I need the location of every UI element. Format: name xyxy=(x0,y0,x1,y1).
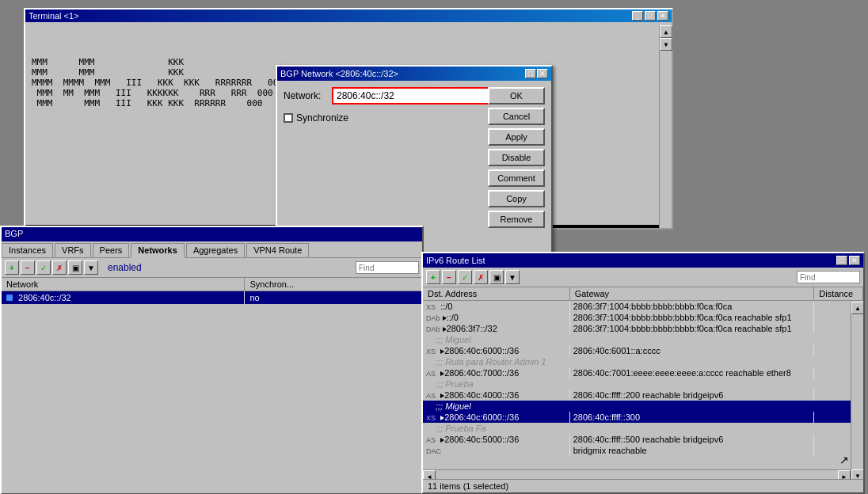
bgp-panel: BGP Instances VRFs Peers Networks Aggreg… xyxy=(0,226,424,494)
cell-dst: AS 2806:40c:5000::/36 xyxy=(423,434,569,445)
ipv6-titlebar: IPv6 Route List □ ✕ xyxy=(423,253,863,268)
bgp-toolbar: + − ✓ ✗ ▣ ▼ enabled xyxy=(2,258,422,278)
table-row-comment: ;;; Miguel xyxy=(423,334,863,345)
col-dst-address: Dst. Address xyxy=(423,287,569,301)
bgp-panel-title: BGP xyxy=(5,229,23,238)
col-distance: Distance xyxy=(814,287,863,301)
terminal-minimize-button[interactable]: _ xyxy=(632,11,643,21)
ipv6-title-buttons: □ ✕ xyxy=(836,256,860,265)
cell-gateway: 2806:3f7:1004:bbbb:bbbb:bbbb:f0ca:f0ca r… xyxy=(569,323,814,334)
scrollbar-down-button[interactable]: ▼ xyxy=(660,38,672,51)
bgp-check-button[interactable]: ✓ xyxy=(36,260,51,275)
ipv6-check-button[interactable]: ✓ xyxy=(458,270,472,284)
ipv6-filter-button[interactable]: ▼ xyxy=(505,270,520,284)
cell-comment: ;;; Prueba xyxy=(423,378,863,390)
comment-button[interactable]: Comment xyxy=(488,169,545,187)
bgp-network-dialog-titlebar: BGP Network <2806:40c::/32> □ ✕ xyxy=(277,66,551,81)
cell-gateway: 2806:40c:6001::a:cccc xyxy=(569,345,814,356)
ipv6-maximize-button[interactable]: □ xyxy=(836,256,847,265)
terminal-maximize-button[interactable]: □ xyxy=(645,11,656,21)
tab-aggregates[interactable]: Aggregates xyxy=(186,243,245,257)
table-row[interactable]: DAb ::/0 2806:3f7:1004:bbbb:bbbb:bbbb:f0… xyxy=(423,312,863,323)
ipv6-settings-button[interactable]: ▣ xyxy=(489,270,504,284)
cursor-indicator: ↗ xyxy=(839,454,849,466)
ipv6-panel: IPv6 Route List □ ✕ + − ✓ ✗ ▣ ▼ Dst. Add… xyxy=(421,252,865,494)
table-row[interactable]: XS ::/0 2806:3f7:1004:bbbb:bbbb:bbbb:f0c… xyxy=(423,301,863,313)
tab-networks[interactable]: Networks xyxy=(131,243,185,258)
cell-gateway: 2806:40c:ffff::200 reachable bridgeipv6 xyxy=(569,390,814,401)
bgp-filter-button[interactable]: ▼ xyxy=(84,260,98,275)
terminal-title: Terminal <1> xyxy=(29,11,79,21)
table-row[interactable]: DAC bridgmix reachable xyxy=(423,445,863,456)
dialog-buttons: OK Cancel Apply Disable Comment Copy Rem… xyxy=(488,87,545,228)
cell-comment: ;;; Prueba Fa xyxy=(423,423,863,434)
ipv6-remove-button[interactable]: − xyxy=(442,270,456,284)
disable-button[interactable]: Disable xyxy=(488,149,545,166)
terminal-scrollbar[interactable]: ▲ ▼ xyxy=(659,25,672,225)
cell-gateway: 2806:3f7:1004:bbbb:bbbb:bbbb:f0ca:f0ca xyxy=(569,301,814,313)
tab-vpn4-route[interactable]: VPN4 Route xyxy=(246,243,309,257)
cell-dst: AS 2806:40c:7000::/36 xyxy=(423,367,569,378)
ipv6-table-area: Dst. Address Gateway Distance XS ::/0 28… xyxy=(423,287,863,482)
bgp-remove-button[interactable]: − xyxy=(21,260,35,275)
synchronize-checkbox[interactable] xyxy=(284,113,293,123)
cell-dst: XS 2806:40c:6000::/36 xyxy=(423,412,569,423)
col-gateway: Gateway xyxy=(569,287,814,301)
ipv6-add-button[interactable]: + xyxy=(426,270,440,284)
cell-gateway: 2806:40c:ffff::500 reachable bridgeipv6 xyxy=(569,434,814,445)
bgp-tabs: Instances VRFs Peers Networks Aggregates… xyxy=(2,241,422,258)
cell-dst: AS 2806:40c:4000::/36 xyxy=(423,390,569,401)
col-synchron: Synchron... xyxy=(245,278,422,291)
bgp-settings-button[interactable]: ▣ xyxy=(68,260,82,275)
bgp-network-dialog-title: BGP Network <2806:40c::/32> xyxy=(280,69,398,78)
network-label: Network: xyxy=(284,90,327,101)
table-row-comment: ;;; Prueba xyxy=(423,378,863,390)
ok-button[interactable]: OK xyxy=(488,87,545,104)
dialog-close-button[interactable]: ✕ xyxy=(537,69,548,78)
synchronize-label: Synchronize xyxy=(296,112,348,124)
dialog-maximize-button[interactable]: □ xyxy=(525,69,536,78)
cell-gateway: bridgmix reachable xyxy=(569,445,814,456)
table-row[interactable]: XS 2806:40c:6000::/36 2806:40c:6001::a:c… xyxy=(423,345,863,356)
ipv6-cross-button[interactable]: ✗ xyxy=(474,270,488,284)
bgp-find-input[interactable] xyxy=(356,261,419,274)
terminal-title-buttons: _ □ ✕ xyxy=(632,11,668,21)
cell-gateway: 2806:40c:ffff::300 xyxy=(569,412,814,423)
cell-sync: no xyxy=(245,291,422,305)
col-network: Network xyxy=(2,278,245,291)
table-row[interactable]: AS 2806:40c:5000::/36 2806:40c:ffff::500… xyxy=(423,434,863,445)
table-row[interactable]: AS 2806:40c:7000::/36 2806:40c:7001:eeee… xyxy=(423,367,863,378)
ipv6-close-button[interactable]: ✕ xyxy=(849,256,860,265)
ipv6-find-input[interactable] xyxy=(797,271,860,283)
table-row[interactable]: AS 2806:40c:4000::/36 2806:40c:ffff::200… xyxy=(423,390,863,401)
table-row[interactable]: DAb 2806:3f7::/32 2806:3f7:1004:bbbb:bbb… xyxy=(423,323,863,334)
tab-peers[interactable]: Peers xyxy=(93,243,130,257)
cell-gateway: 2806:40c:7001:eeee:eeee:eeee:a:cccc reac… xyxy=(569,367,814,378)
bgp-network-table: Network Synchron... 2806:40c::/32 no xyxy=(2,278,422,304)
tab-vrfs[interactable]: VRFs xyxy=(55,243,91,257)
bgp-enabled-text: enabled xyxy=(103,260,147,275)
apply-button[interactable]: Apply xyxy=(488,128,545,146)
dialog-title-buttons: □ ✕ xyxy=(525,69,548,78)
cell-dst: DAb 2806:3f7::/32 xyxy=(423,323,569,334)
ipv6-scrollbar[interactable]: ▲ ▼ xyxy=(851,302,863,482)
cancel-button[interactable]: Cancel xyxy=(488,108,545,125)
cell-dst: DAC xyxy=(423,445,569,456)
table-row[interactable]: 2806:40c::/32 no xyxy=(2,291,422,305)
bgp-add-button[interactable]: + xyxy=(5,260,19,275)
cell-comment: ;;; Ruta para Router Admin 1 xyxy=(423,356,863,367)
copy-button[interactable]: Copy xyxy=(488,190,545,207)
cell-dst: XS ::/0 xyxy=(423,301,569,313)
bgp-panel-titlebar: BGP xyxy=(2,227,422,241)
table-row-comment: ;;; Ruta para Router Admin 1 xyxy=(423,356,863,367)
cell-network: 2806:40c::/32 xyxy=(2,291,245,305)
bgp-cross-button[interactable]: ✗ xyxy=(52,260,67,275)
terminal-close-button[interactable]: ✕ xyxy=(657,11,668,21)
cell-comment: ;;; Miguel xyxy=(423,334,863,345)
remove-button[interactable]: Remove xyxy=(488,211,545,228)
tab-instances[interactable]: Instances xyxy=(2,243,53,257)
table-row-selected[interactable]: XS 2806:40c:6000::/36 2806:40c:ffff::300 xyxy=(423,412,863,423)
ipv6-scrollbar-up[interactable]: ▲ xyxy=(851,302,863,314)
terminal-titlebar: Terminal <1> _ □ ✕ xyxy=(25,10,672,22)
scrollbar-up-button[interactable]: ▲ xyxy=(660,25,672,38)
